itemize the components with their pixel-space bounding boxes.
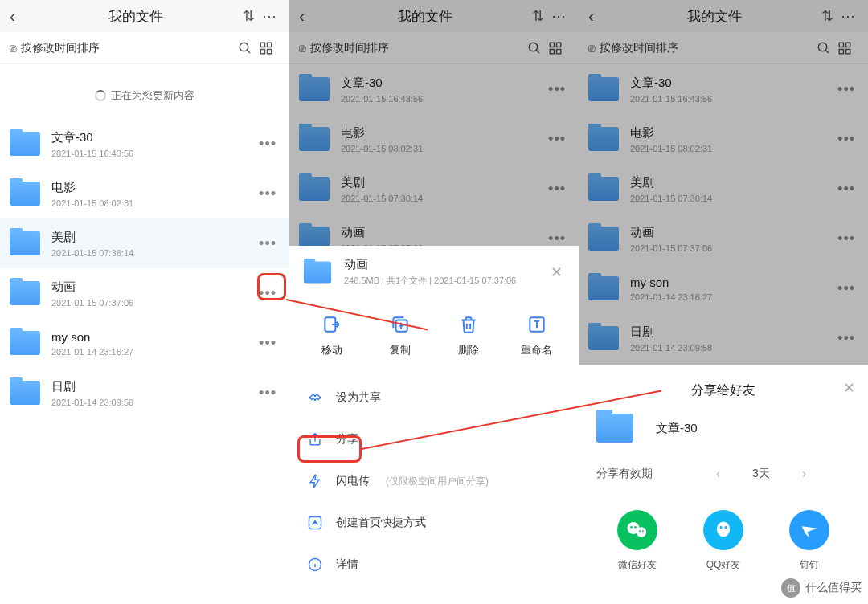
page-title: 我的文件 [34, 7, 238, 26]
file-list: 文章-302021-01-15 16:43:56••• 电影2021-01-15… [579, 64, 868, 363]
sort-button[interactable]: ⎚按修改时间排序 [299, 41, 527, 55]
panel-file-list: ‹ 我的文件 ⇅ ⋯ ⎚ 按修改时间排序 正在为您更新内容 文章-302021-… [0, 0, 289, 604]
folder-icon [10, 281, 40, 305]
svg-rect-19 [839, 43, 843, 47]
share-qq-button[interactable]: QQ好友 [691, 510, 755, 572]
sort-toggle-icon[interactable]: ⇅ [238, 7, 259, 25]
svg-line-1 [247, 50, 250, 53]
list-item[interactable]: my son2021-01-14 23:16:27••• [0, 318, 289, 368]
item-more-icon[interactable]: ••• [834, 330, 858, 347]
item-more-icon[interactable]: ••• [256, 186, 280, 202]
item-more-icon[interactable]: ••• [834, 231, 858, 247]
folder-icon [304, 261, 331, 283]
item-more-icon[interactable]: ••• [545, 81, 569, 98]
folder-icon [596, 414, 633, 443]
item-more-icon[interactable]: ••• [834, 131, 858, 148]
back-button[interactable]: ‹ [10, 7, 34, 26]
svg-point-0 [240, 43, 248, 51]
sort-button[interactable]: ⎚按修改时间排序 [588, 41, 817, 55]
move-button[interactable]: 移动 [304, 314, 360, 357]
svg-rect-10 [550, 49, 554, 53]
view-toggle-icon[interactable] [837, 41, 858, 55]
share-apps-row: 微信好友 QQ好友 钉钉 [579, 491, 868, 572]
item-more-icon[interactable]: ••• [545, 181, 569, 198]
folder-icon [10, 231, 40, 255]
search-icon[interactable] [527, 41, 548, 55]
search-icon[interactable] [238, 41, 259, 55]
close-icon[interactable]: ✕ [547, 260, 566, 284]
sort-toggle-icon[interactable]: ⇅ [817, 7, 837, 25]
rename-button[interactable]: 重命名 [509, 314, 565, 357]
next-arrow-icon[interactable]: › [802, 467, 806, 481]
shortcut-button[interactable]: 创建首页快捷方式 [289, 502, 579, 544]
set-share-button[interactable]: 设为共享 [289, 377, 579, 418]
trash-icon [458, 314, 479, 335]
share-sheet: 分享给好友 ✕ 文章-30 分享有效期 ‹ 3天 › 微信好友 QQ好友 钉钉 [579, 366, 868, 604]
header-more-icon[interactable]: ⋯ [837, 7, 858, 25]
sort-bar: ⎚按修改时间排序 [289, 32, 579, 64]
list-item[interactable]: 电影2021-01-15 08:02:31••• [579, 114, 868, 164]
panel-action-sheet: ‹ 我的文件 ⇅ ⋯ ⎚按修改时间排序 文章-302021-01-15 16:4… [289, 0, 579, 604]
sort-toggle-icon[interactable]: ⇅ [527, 7, 548, 25]
item-more-icon[interactable]: ••• [256, 385, 280, 402]
details-button[interactable]: 详情 [289, 544, 579, 586]
svg-point-30 [720, 526, 723, 529]
header-more-icon[interactable]: ⋯ [548, 7, 569, 25]
list-item[interactable]: 电影2021-01-15 08:02:31••• [0, 169, 289, 218]
sort-bar: ⎚ 按修改时间排序 [0, 32, 289, 64]
item-more-icon[interactable]: ••• [256, 285, 280, 302]
header-more-icon[interactable]: ⋯ [259, 7, 280, 25]
item-more-icon[interactable]: ••• [834, 81, 858, 98]
copy-button[interactable]: 复制 [372, 314, 428, 357]
svg-rect-3 [268, 43, 272, 47]
close-icon[interactable]: ✕ [843, 379, 855, 397]
back-button[interactable]: ‹ [588, 7, 612, 26]
folder-icon [299, 77, 330, 101]
share-wechat-button[interactable]: 微信好友 [605, 510, 669, 572]
flash-transfer-button[interactable]: 闪电传(仅限极空间用户间分享) [289, 460, 579, 502]
list-item[interactable]: 动画2021-01-15 07:37:06••• [0, 268, 289, 318]
list-item[interactable]: 文章-302021-01-15 16:43:56••• [0, 119, 289, 169]
list-item[interactable]: 日剧2021-01-14 23:09:58••• [579, 313, 868, 363]
action-row: 移动 复制 删除 重命名 [289, 298, 579, 377]
svg-rect-22 [846, 49, 850, 53]
list-item[interactable]: 美剧2021-01-15 07:38:14••• [289, 164, 579, 214]
folder-icon [588, 276, 619, 300]
list-item[interactable]: 动画2021-01-15 07:37:06••• [579, 214, 868, 263]
prev-arrow-icon[interactable]: ‹ [716, 467, 720, 481]
lightning-icon [307, 473, 323, 489]
list-item[interactable]: 电影2021-01-15 08:02:31••• [289, 114, 579, 164]
expiry-label: 分享有效期 [596, 467, 653, 481]
list-item[interactable]: 文章-302021-01-15 16:43:56••• [289, 64, 579, 114]
list-item[interactable]: my son2021-01-14 23:16:27••• [579, 263, 868, 313]
share-dingtalk-button[interactable]: 钉钉 [777, 510, 841, 572]
item-more-icon[interactable]: ••• [256, 136, 280, 153]
item-more-icon[interactable]: ••• [545, 231, 569, 247]
sort-bar: ⎚按修改时间排序 [579, 32, 868, 64]
list-item[interactable]: 美剧2021-01-15 07:38:14••• [0, 218, 289, 268]
item-more-icon[interactable]: ••• [256, 335, 280, 352]
item-more-icon[interactable]: ••• [256, 235, 280, 252]
panel-share: ‹ 我的文件 ⇅ ⋯ ⎚按修改时间排序 文章-302021-01-15 16:4… [579, 0, 868, 604]
item-more-icon[interactable]: ••• [545, 131, 569, 148]
move-icon [321, 314, 342, 335]
list-item[interactable]: 日剧2021-01-14 23:09:58••• [0, 368, 289, 418]
svg-point-28 [642, 530, 644, 532]
view-toggle-icon[interactable] [548, 41, 569, 55]
item-more-icon[interactable]: ••• [834, 181, 858, 198]
watermark: 值 什么值得买 [781, 578, 862, 598]
share-title: 分享给好友 [579, 379, 868, 414]
back-button[interactable]: ‹ [299, 7, 323, 26]
svg-rect-2 [260, 43, 264, 47]
share-button[interactable]: 分享 [289, 418, 579, 460]
item-more-icon[interactable]: ••• [834, 280, 858, 297]
delete-button[interactable]: 删除 [440, 314, 497, 357]
list-item[interactable]: 美剧2021-01-15 07:38:14••• [579, 164, 868, 214]
sort-button[interactable]: ⎚ 按修改时间排序 [10, 41, 238, 55]
view-toggle-icon[interactable] [259, 41, 280, 55]
filter-icon: ⎚ [588, 42, 595, 55]
search-icon[interactable] [817, 41, 837, 55]
svg-rect-5 [268, 49, 272, 53]
list-item[interactable]: 文章-302021-01-15 16:43:56••• [579, 64, 868, 114]
folder-icon [588, 226, 619, 251]
